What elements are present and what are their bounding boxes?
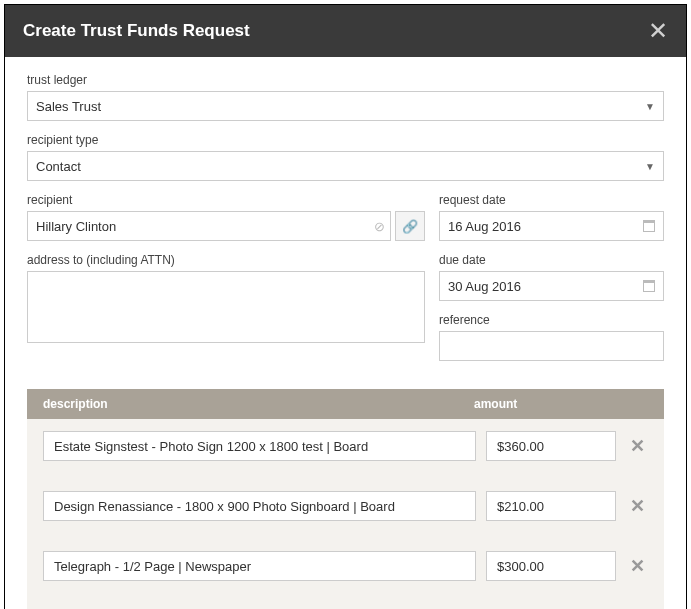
- recipient-type-select[interactable]: Contact ▼: [27, 151, 664, 181]
- calendar-icon: [643, 280, 655, 292]
- request-date-value: 16 Aug 2016: [448, 219, 521, 234]
- delete-item-icon[interactable]: ✕: [626, 435, 648, 457]
- clear-icon[interactable]: ⊘: [374, 219, 385, 234]
- address-to-input[interactable]: [27, 271, 425, 343]
- recipient-type-label: recipient type: [27, 133, 664, 147]
- item-description-input[interactable]: [43, 431, 476, 461]
- line-item-row: ✕: [27, 419, 664, 473]
- item-description-input[interactable]: [43, 491, 476, 521]
- delete-item-icon[interactable]: ✕: [626, 555, 648, 577]
- due-date-label: due date: [439, 253, 664, 267]
- caret-down-icon: ▼: [645, 161, 655, 172]
- item-description-input[interactable]: [43, 551, 476, 581]
- reference-label: reference: [439, 313, 664, 327]
- address-to-field: address to (including ATTN): [27, 253, 425, 347]
- item-amount-input[interactable]: [486, 491, 616, 521]
- recipient-label: recipient: [27, 193, 425, 207]
- modal-title: Create Trust Funds Request: [23, 21, 250, 41]
- link-icon: 🔗: [402, 219, 418, 234]
- modal-body: trust ledger Sales Trust ▼ recipient typ…: [5, 57, 686, 609]
- item-amount-input[interactable]: [486, 551, 616, 581]
- modal-dialog: Create Trust Funds Request ✕ trust ledge…: [4, 4, 687, 609]
- modal-header: Create Trust Funds Request ✕: [5, 5, 686, 57]
- line-items-section: description amount ✕✕✕ + Add an item: [27, 389, 664, 609]
- recipient-type-field: recipient type Contact ▼: [27, 133, 664, 181]
- delete-item-icon[interactable]: ✕: [626, 495, 648, 517]
- column-amount-header: amount: [466, 397, 616, 411]
- trust-ledger-label: trust ledger: [27, 73, 664, 87]
- calendar-icon: [643, 220, 655, 232]
- item-amount-input[interactable]: [486, 431, 616, 461]
- link-recipient-button[interactable]: 🔗: [395, 211, 425, 241]
- due-date-value: 30 Aug 2016: [448, 279, 521, 294]
- line-item-row: ✕: [27, 539, 664, 593]
- request-date-label: request date: [439, 193, 664, 207]
- trust-ledger-field: trust ledger Sales Trust ▼: [27, 73, 664, 121]
- due-date-field: due date 30 Aug 2016: [439, 253, 664, 301]
- reference-field: reference: [439, 313, 664, 361]
- add-item-button[interactable]: + Add an item: [27, 593, 664, 609]
- caret-down-icon: ▼: [645, 101, 655, 112]
- request-date-input[interactable]: 16 Aug 2016: [439, 211, 664, 241]
- line-items-body: ✕✕✕: [27, 419, 664, 593]
- recipient-field: recipient ⊘ 🔗: [27, 193, 425, 241]
- due-date-input[interactable]: 30 Aug 2016: [439, 271, 664, 301]
- recipient-type-value: Contact: [36, 159, 81, 174]
- address-to-label: address to (including ATTN): [27, 253, 425, 267]
- reference-input[interactable]: [439, 331, 664, 361]
- close-icon[interactable]: ✕: [648, 19, 668, 43]
- line-items-header: description amount: [27, 389, 664, 419]
- request-date-field: request date 16 Aug 2016: [439, 193, 664, 241]
- trust-ledger-select[interactable]: Sales Trust ▼: [27, 91, 664, 121]
- recipient-input[interactable]: [27, 211, 391, 241]
- column-description-header: description: [43, 397, 466, 411]
- plus-icon: +: [43, 605, 52, 609]
- line-item-row: ✕: [27, 479, 664, 533]
- trust-ledger-value: Sales Trust: [36, 99, 101, 114]
